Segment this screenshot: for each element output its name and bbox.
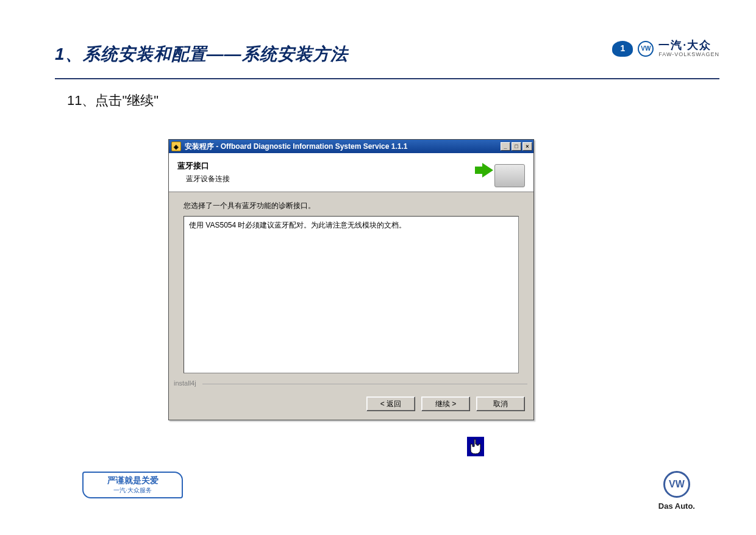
dialog-footer: < 返回 继续 > 取消	[169, 390, 533, 420]
minimize-button[interactable]: _	[501, 142, 510, 151]
service-badge-line1: 严谨就是关爱	[107, 475, 159, 486]
brand-name-en: FAW-VOLKSWAGEN	[658, 52, 719, 57]
titlebar-buttons: _ □ ×	[501, 142, 532, 151]
vw-logo-icon: VW	[638, 41, 654, 57]
brand-logos: VW 一汽·大众 FAW-VOLKSWAGEN	[612, 40, 719, 57]
step-instruction: 11、点击"继续"	[67, 92, 159, 110]
dialog-header: 蓝牙接口 蓝牙设备连接	[169, 153, 533, 192]
slide-header: 1、系统安装和配置——系统安装方法 VW 一汽·大众 FAW-VOLKSWAGE…	[55, 43, 719, 79]
dialog-header-text: 蓝牙接口 蓝牙设备连接	[177, 160, 230, 184]
dialog-header-title: 蓝牙接口	[177, 160, 230, 171]
service-badge-line2: 一汽·大众服务	[113, 486, 152, 495]
back-button[interactable]: < 返回	[366, 397, 415, 411]
cancel-button[interactable]: 取消	[476, 397, 525, 411]
brand-text: 一汽·大众 FAW-VOLKSWAGEN	[658, 40, 719, 57]
cursor-hand-icon	[467, 437, 484, 456]
dialog-prompt: 您选择了一个具有蓝牙功能的诊断接口。	[184, 201, 519, 211]
installer-dialog: ◈ 安装程序 - Offboard Diagnostic Information…	[168, 139, 534, 420]
close-icon: ×	[526, 144, 529, 149]
minimize-icon: _	[504, 144, 507, 149]
next-button[interactable]: 继续 >	[421, 397, 470, 411]
install4j-label: install4j	[169, 378, 533, 390]
vw-footer: VW Das Auto.	[658, 471, 695, 511]
window-title: 安装程序 - Offboard Diagnostic Information S…	[185, 142, 497, 152]
info-textbox[interactable]: 使用 VAS5054 时必须建议蓝牙配对。为此请注意无线模块的文档。	[184, 216, 519, 373]
service-badge: 严谨就是关爱 一汽·大众服务	[82, 472, 183, 498]
monitor-icon	[494, 164, 525, 187]
dialog-body: 您选择了一个具有蓝牙功能的诊断接口。 使用 VAS5054 时必须建议蓝牙配对。…	[169, 192, 533, 378]
arrow-icon	[482, 163, 493, 178]
titlebar[interactable]: ◈ 安装程序 - Offboard Diagnostic Information…	[169, 140, 533, 153]
vw-mark-large: VW	[669, 479, 685, 490]
maximize-icon: □	[515, 144, 518, 149]
header-graphic	[482, 158, 525, 187]
faw-logo-icon	[612, 41, 633, 57]
close-button[interactable]: ×	[522, 142, 532, 151]
app-icon: ◈	[171, 142, 181, 151]
brand-name-cn: 一汽·大众	[658, 40, 719, 51]
das-auto-text: Das Auto.	[658, 501, 695, 511]
vw-logo-large-icon: VW	[663, 471, 690, 498]
dialog-header-sub: 蓝牙设备连接	[186, 174, 230, 184]
vw-mark: VW	[641, 45, 651, 52]
info-text: 使用 VAS5054 时必须建议蓝牙配对。为此请注意无线模块的文档。	[189, 221, 406, 229]
maximize-button[interactable]: □	[512, 142, 521, 151]
